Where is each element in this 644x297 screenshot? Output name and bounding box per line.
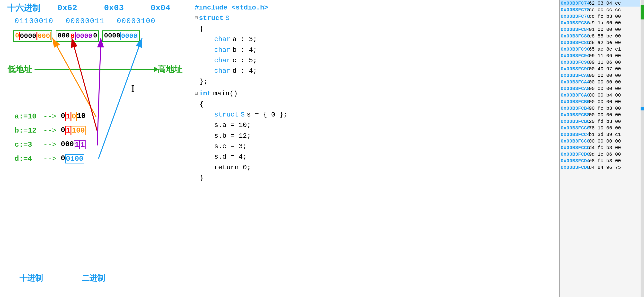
values-section: a:=10 --> 0 1 0 1 0 b:=12 --> 0 1 100 c:… [14, 112, 86, 168]
scrollbar-track[interactable] [640, 0, 644, 297]
hex-row-9: 0x00B3FC9809 11 06 00 [560, 59, 640, 66]
hex-addr-3: 0x00B3FC80 [560, 20, 587, 26]
hex-bytes-16: 90 fc b3 00 [589, 106, 621, 111]
field-c: char c : 5; [195, 55, 554, 66]
hex-row-22: 0x00B3FCCCd4 fc b3 00 [560, 144, 640, 151]
hex-bytes-24: e8 fc b3 00 [589, 158, 621, 164]
svg-line-4 [52, 38, 96, 117]
hex-addr-9: 0x00B3FC98 [560, 60, 587, 65]
hex-row-14: 0x00B3FCAC00 00 b4 00 [560, 92, 640, 99]
hex-row-25: 0x00B3FCD884 84 96 75 [560, 164, 640, 171]
hex-addr-17: 0x00B3FCB8 [560, 112, 587, 118]
scrollbar-thumb[interactable] [640, 5, 644, 20]
field-b: char b : 4; [195, 45, 554, 55]
hex-addr-19: 0x00B3FCC0 [560, 125, 587, 131]
struct-s-init: struct S s = { 0 }; [195, 109, 554, 120]
low-addr-label: 低地址 [7, 64, 32, 75]
hex-val-3: 0x04 [150, 4, 170, 13]
hex-row-6: 0x00B3FC8Cd8 a2 be 00 [560, 39, 640, 46]
hex-bytes-13: 00 00 00 00 [589, 86, 621, 92]
hex-addr-13: 0x00B3FCA8 [560, 86, 587, 92]
binary-group-1: 01100010 [14, 17, 54, 25]
hex-row-24: 0x00B3FCD4e8 fc b3 00 [560, 158, 640, 164]
hex-addr-6: 0x00B3FC8C [560, 40, 587, 46]
hex-row-10: 0x00B3FC9C00 40 97 00 [560, 66, 640, 72]
hex-bytes-9: 09 11 06 00 [589, 60, 621, 65]
hex-bytes-19: 78 10 06 00 [589, 125, 621, 131]
hex-bytes-25: 84 84 96 75 [589, 165, 621, 170]
hex-bytes-18: 20 fd b3 00 [589, 119, 621, 124]
svg-line-6 [97, 38, 101, 145]
diagram-panel: 十六进制 0x62 0x03 0x04 01100010 00000011 00… [0, 0, 190, 297]
hex-row-16: 0x00B3FCB490 fc b3 00 [560, 105, 640, 112]
hex-addr-25: 0x00B3FCD8 [560, 165, 587, 170]
hex-bytes-20: b1 3d 39 c1 [589, 132, 621, 137]
hex-row-17: 0x00B3FCB800 00 00 00 [560, 112, 640, 118]
footer-binary: 二进制 [82, 273, 105, 284]
hex-addr-22: 0x00B3FCCC [560, 145, 587, 151]
hex-bytes-22: d4 fc b3 00 [589, 145, 621, 151]
hex-row-0: 0x00B3FC7462 03 04 cc [560, 0, 640, 7]
collapse-main-icon[interactable]: ⊟ [195, 90, 198, 98]
hex-bytes-21: 00 00 00 00 [589, 138, 621, 144]
hex-bytes-5: e8 55 be 00 [589, 33, 621, 39]
struct-name: S [225, 13, 230, 23]
hex-bytes-11: 00 00 00 00 [589, 73, 621, 78]
hex-addr-15: 0x00B3FCB0 [560, 99, 587, 105]
hex-row-18: 0x00B3FCBC20 fd b3 00 [560, 118, 640, 125]
hex-row-7: 0x00B3FC9065 ae 8c c1 [560, 46, 640, 53]
hex-bytes-1: cc cc cc cc [589, 7, 621, 13]
include-text: #include <stdio.h> [195, 3, 268, 13]
val-label-b: b:=12 [14, 127, 39, 135]
hex-panel: 0x00B3FC7462 03 04 cc0x00B3FC78cc cc cc … [559, 0, 644, 297]
collapse-struct-icon[interactable]: ⊟ [195, 14, 198, 22]
hex-bytes-10: 00 40 97 00 [589, 66, 621, 72]
struct-close-brace: }; [195, 76, 554, 87]
hex-addr-11: 0x00B3FCA0 [560, 73, 587, 78]
return-line: return 0; [195, 162, 554, 173]
hex-addr-7: 0x00B3FC90 [560, 47, 587, 52]
hex-addr-2: 0x00B3FC7C [560, 14, 587, 19]
hex-row-19: 0x00B3FCC078 10 06 00 [560, 125, 640, 131]
hex-row-4: 0x00B3FC8401 00 00 00 [560, 26, 640, 33]
bit-box-3: 0000 0000 [102, 31, 140, 42]
hex-bytes-4: 01 00 00 00 [589, 27, 621, 32]
scrollbar-thumb-blue[interactable] [640, 107, 644, 110]
hex-bytes-2: cc fc b3 00 [589, 14, 621, 19]
main-open-brace: { [195, 99, 554, 109]
hex-row-3: 0x00B3FC80a9 1a 06 00 [560, 20, 640, 26]
hex-row-20: 0x00B3FCC4b1 3d 39 c1 [560, 131, 640, 138]
val-label-c: c:=3 [14, 141, 39, 149]
hex-bytes-15: 00 00 00 00 [589, 99, 621, 105]
hex-bytes-3: a9 1a 06 00 [589, 20, 621, 26]
binary-group-3: 00000100 [117, 17, 156, 25]
hex-row-21: 0x00B3FCC800 00 00 00 [560, 138, 640, 144]
hex-addr-10: 0x00B3FC9C [560, 66, 587, 72]
hex-row-12: 0x00B3FCA400 00 00 00 [560, 79, 640, 85]
hex-bytes-14: 00 00 b4 00 [589, 92, 621, 98]
high-addr-label: 高地址 [158, 64, 182, 75]
hex-bytes-7: 65 ae 8c c1 [589, 47, 621, 52]
main-int-keyword: int [199, 88, 211, 99]
svg-line-7 [98, 38, 142, 159]
hex-title: 十六进制 [7, 3, 40, 14]
hex-bytes-0: 62 03 04 cc [589, 1, 621, 6]
code-panel: #include <stdio.h> ⊟ struct S { char a :… [190, 0, 559, 297]
main-close-brace: } [195, 173, 554, 183]
hex-addr-16: 0x00B3FCB4 [560, 106, 587, 111]
hex-bytes-23: 9d 1c 06 00 [589, 152, 621, 157]
hex-row-8: 0x00B3FC9409 11 06 00 [560, 53, 640, 59]
hex-row-23: 0x00B3FCD09d 1c 06 00 [560, 151, 640, 158]
struct-line: ⊟ struct S [195, 13, 554, 23]
hex-addr-20: 0x00B3FCC4 [560, 132, 587, 137]
hex-addr-5: 0x00B3FC88 [560, 33, 587, 39]
hex-addr-23: 0x00B3FCD0 [560, 152, 587, 157]
hex-bytes-6: d8 a2 be 00 [589, 40, 621, 46]
assign-c: s.c = 3; [195, 141, 554, 152]
hex-val-1: 0x62 [57, 4, 77, 13]
hex-addr-24: 0x00B3FCD4 [560, 158, 587, 164]
binary-group-2: 00000011 [66, 17, 104, 25]
field-a: char a : 3; [195, 34, 554, 45]
hex-addr-1: 0x00B3FC78 [560, 7, 587, 13]
main-name: main() [213, 88, 238, 99]
